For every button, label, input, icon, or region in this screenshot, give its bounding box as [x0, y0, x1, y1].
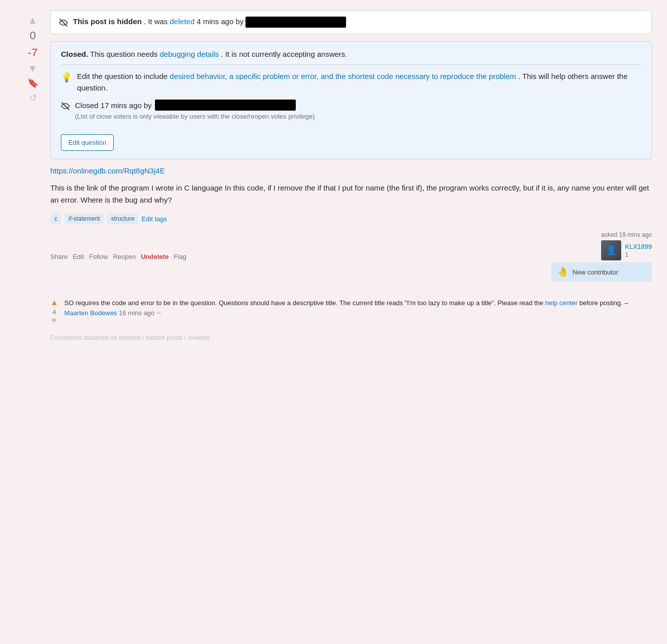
upvote-button[interactable]: ▲ — [28, 15, 38, 25]
comment-time: 16 mins ago — [119, 309, 154, 317]
redacted-username-closed — [155, 100, 296, 111]
question-body: This is the link of the program I wrote … — [50, 182, 652, 206]
action-links: Share Edit Follow Reopen Undelete Flag — [50, 253, 186, 260]
waving-hand-icon: 🤚 — [557, 266, 568, 278]
comment-item: ▲ 4 ⚑ SO requires the code and error to … — [50, 293, 652, 330]
content-column: This post is hidden . It was deleted 4 m… — [50, 10, 652, 345]
edit-tip-text: Edit the question to include desired beh… — [77, 71, 641, 94]
bulb-icon: 💡 — [61, 72, 72, 83]
vote-count-bottom: -7 — [28, 46, 38, 59]
closed-eye-icon — [61, 101, 70, 111]
close-voters-note: (List of close voters is only viewable b… — [75, 113, 315, 120]
user-rep: 1 — [625, 251, 652, 258]
question-url-row: https://onlinegdb.com/Rqt8gN3j4E — [50, 166, 652, 175]
user-details: KLX1899 1 — [625, 243, 652, 258]
downvote-button[interactable]: ▼ — [28, 63, 38, 73]
edit-question-btn-container: Edit question — [61, 126, 641, 151]
deleted-link[interactable]: deleted — [170, 17, 195, 26]
debugging-details-link[interactable]: debugging details — [160, 50, 219, 58]
edit-suggestion-link[interactable]: desired behavior, a specific problem or … — [170, 72, 516, 80]
tag-if-statement[interactable]: if-statement — [64, 213, 104, 224]
user-info: 👤 KLX1899 1 — [601, 240, 652, 260]
help-center-link[interactable]: help center — [545, 299, 577, 307]
share-link[interactable]: Share — [50, 253, 68, 260]
username-link[interactable]: KLX1899 — [625, 243, 652, 250]
comment-body: SO requires the code and error to be in … — [64, 298, 652, 318]
comment-flag-icon[interactable]: ⚑ — [51, 317, 57, 325]
action-row: Share Edit Follow Reopen Undelete Flag a… — [50, 231, 652, 282]
undelete-link[interactable]: Undelete — [141, 253, 169, 260]
hidden-notice: This post is hidden . It was deleted 4 m… — [50, 10, 652, 34]
edit-question-button[interactable]: Edit question — [61, 134, 114, 151]
hidden-eye-icon — [59, 17, 68, 28]
comment-section: ▲ 4 ⚑ SO requires the code and error to … — [50, 293, 652, 345]
comment-vote-count: 4 — [52, 308, 56, 316]
user-card: asked 19 mins ago 👤 KLX1899 1 🤚 New cont… — [551, 231, 652, 282]
redacted-username-top — [245, 17, 346, 28]
tags-row: c if-statement structure Edit tags — [50, 213, 652, 224]
asked-time: asked 19 mins ago — [601, 231, 652, 238]
edit-tags-link[interactable]: Edit tags — [141, 215, 167, 223]
comment-edit-pencil[interactable]: ✏ — [156, 310, 161, 317]
tag-structure[interactable]: structure — [107, 213, 139, 224]
vote-column: ▲ 0 -7 ▼ 🔖 ↺ — [15, 10, 50, 345]
bookmark-icon[interactable]: 🔖 — [27, 77, 38, 88]
comments-disabled-notice: Comments disabled on deleted / locked po… — [50, 330, 652, 345]
closed-body: 💡 Edit the question to include desired b… — [61, 71, 641, 151]
history-icon[interactable]: ↺ — [29, 93, 37, 104]
edit-tip-row: 💡 Edit the question to include desired b… — [61, 71, 641, 94]
comment-author-link[interactable]: Maarten Bodewes — [64, 309, 117, 317]
edit-link[interactable]: Edit — [73, 253, 84, 260]
tag-c[interactable]: c — [50, 213, 61, 224]
new-contributor-badge: 🤚 New contributor — [551, 262, 652, 282]
flag-link[interactable]: Flag — [174, 253, 186, 260]
closed-by-row: Closed 17 mins ago by (List of close vot… — [61, 100, 641, 120]
vote-count-top: 0 — [30, 29, 36, 42]
new-contributor-label: New contributor — [572, 268, 618, 276]
closed-by-info: Closed 17 mins ago by (List of close vot… — [75, 100, 315, 120]
question-url-link[interactable]: https://onlinegdb.com/Rqt8gN3j4E — [50, 166, 165, 175]
comment-vote: ▲ 4 ⚑ — [50, 298, 58, 325]
follow-link[interactable]: Follow — [89, 253, 108, 260]
hidden-notice-text: This post is hidden . It was deleted 4 m… — [73, 17, 346, 28]
comment-upvote-arrow[interactable]: ▲ — [50, 298, 58, 307]
reopen-link[interactable]: Reopen — [113, 253, 136, 260]
closed-header: Closed. This question needs debugging de… — [61, 50, 641, 65]
avatar: 👤 — [601, 240, 621, 260]
closed-notice-box: Closed. This question needs debugging de… — [50, 41, 652, 159]
